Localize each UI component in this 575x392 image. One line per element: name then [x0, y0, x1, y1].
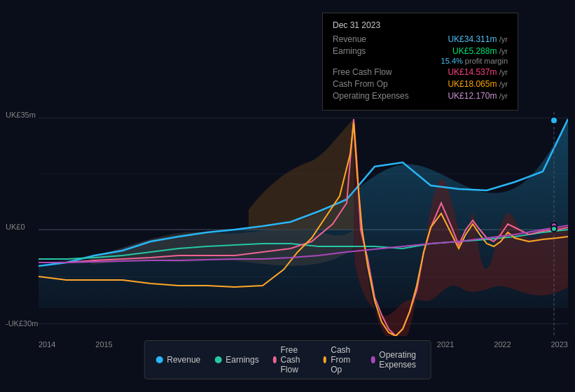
x-label-2023: 2023 — [550, 340, 567, 349]
tooltip-revenue: Revenue UK£34.311m /yr — [333, 34, 508, 44]
legend-label-earnings: Earnings — [226, 355, 258, 365]
tooltip-earnings-value: UK£5.288m /yr — [447, 46, 508, 56]
legend-item-earnings[interactable]: Earnings — [214, 345, 258, 374]
legend-item-fcf[interactable]: Free Cash Flow — [273, 345, 310, 374]
tooltip-fcf-value: UK£14.537m /yr — [442, 67, 508, 77]
y-label-zero: UK£0 — [6, 223, 25, 231]
tooltip-cashfromop: Cash From Op UK£18.065m /yr — [333, 79, 508, 89]
legend-label-fcf: Free Cash Flow — [281, 345, 310, 374]
tooltip-cashfromop-value: UK£18.065m /yr — [442, 79, 508, 89]
legend-label-cashfromop: Cash From Op — [331, 345, 357, 374]
cursor-dot-revenue — [550, 117, 557, 124]
data-tooltip: Dec 31 2023 Revenue UK£34.311m /yr Earni… — [322, 13, 518, 111]
tooltip-opex-label: Operating Expenses — [333, 91, 409, 101]
tooltip-cashfromop-label: Cash From Op — [333, 79, 388, 89]
x-label-2014: 2014 — [39, 340, 55, 349]
x-label-2015: 2015 — [95, 340, 112, 349]
legend-item-opex[interactable]: Operating Expenses — [371, 345, 420, 374]
y-label-min: -UK£30m — [6, 319, 38, 328]
legend-label-opex: Operating Expenses — [379, 350, 419, 370]
cursor-dot-earnings — [551, 226, 557, 232]
tooltip-profit-margin: 15.4% profit margin — [333, 57, 508, 65]
x-label-2022: 2022 — [494, 340, 511, 349]
y-label-max: UK£35m — [6, 111, 36, 119]
chart-legend: Revenue Earnings Free Cash Flow Cash Fro… — [144, 340, 431, 379]
area-fill-1 — [249, 119, 354, 230]
tooltip-revenue-value: UK£34.311m /yr — [442, 34, 508, 44]
tooltip-earnings-label: Earnings — [333, 46, 366, 56]
tooltip-revenue-label: Revenue — [333, 34, 366, 44]
legend-dot-opex — [371, 356, 375, 363]
tooltip-opex-value: UK£12.170m /yr — [442, 91, 508, 101]
legend-label-revenue: Revenue — [167, 355, 200, 365]
tooltip-fcf-label: Free Cash Flow — [333, 67, 392, 77]
legend-dot-fcf — [273, 356, 277, 363]
chart-svg — [39, 112, 568, 336]
x-label-2021: 2021 — [437, 340, 454, 349]
tooltip-opex: Operating Expenses UK£12.170m /yr — [333, 91, 508, 101]
legend-item-cashfromop[interactable]: Cash From Op — [323, 345, 357, 374]
legend-dot-cashfromop — [323, 356, 326, 363]
tooltip-earnings: Earnings UK£5.288m /yr — [333, 46, 508, 56]
legend-dot-revenue — [155, 356, 162, 363]
tooltip-date: Dec 31 2023 — [333, 20, 508, 30]
legend-dot-earnings — [214, 356, 221, 363]
legend-item-revenue[interactable]: Revenue — [155, 345, 200, 374]
tooltip-fcf: Free Cash Flow UK£14.537m /yr — [333, 67, 508, 77]
